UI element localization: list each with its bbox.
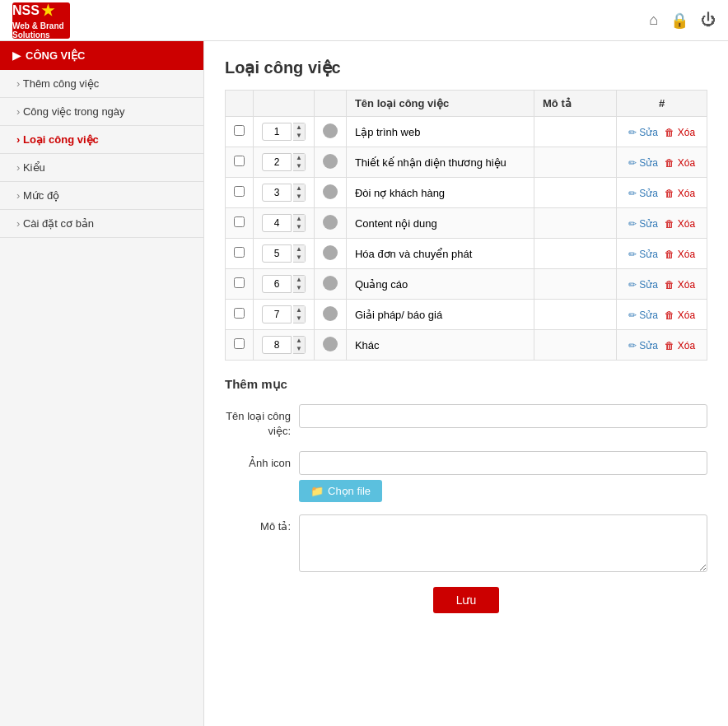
sidebar: ▶ CÔNG VIỆC Thêm công việc Công việc tro… xyxy=(0,41,204,726)
row-icon xyxy=(323,276,338,291)
order-up-button[interactable]: ▲ xyxy=(293,184,305,193)
sidebar-link-kieu[interactable]: Kiểu xyxy=(0,154,203,181)
sidebar-item-muc-do[interactable]: Mức độ xyxy=(0,182,203,210)
row-checkbox[interactable] xyxy=(234,125,245,136)
row-checkbox-cell xyxy=(226,147,254,178)
row-actions-cell: ✏ Sửa 🗑 Xóa xyxy=(617,300,707,330)
order-down-button[interactable]: ▼ xyxy=(293,223,305,231)
logo-text: NSS xyxy=(12,3,40,18)
sidebar-item-cai-dat-co-ban[interactable]: Cài đặt cơ bản xyxy=(0,210,203,238)
sidebar-link-cong-viec-trong-ngay[interactable]: Công việc trong ngày xyxy=(0,98,203,125)
sidebar-item-cong-viec-trong-ngay[interactable]: Công việc trong ngày xyxy=(0,98,203,126)
order-arrows: ▲ ▼ xyxy=(293,214,306,232)
home-icon[interactable]: ⌂ xyxy=(649,12,658,30)
col-header-order xyxy=(254,91,315,117)
edit-button[interactable]: ✏ Sửa xyxy=(628,309,658,321)
row-desc-cell xyxy=(534,330,617,361)
col-header-check xyxy=(226,91,254,117)
save-button[interactable]: Lưu xyxy=(433,587,500,613)
order-up-button[interactable]: ▲ xyxy=(293,306,305,314)
edit-button[interactable]: ✏ Sửa xyxy=(628,218,658,230)
row-checkbox[interactable] xyxy=(234,186,245,197)
row-actions-cell: ✏ Sửa 🗑 Xóa xyxy=(617,239,707,269)
row-checkbox-cell xyxy=(226,330,254,361)
delete-button[interactable]: 🗑 Xóa xyxy=(665,157,695,169)
order-down-button[interactable]: ▼ xyxy=(293,254,305,262)
sidebar-link-them-cong-viec[interactable]: Thêm công việc xyxy=(0,70,203,97)
choose-file-button[interactable]: 📁 Chọn file xyxy=(299,480,382,502)
sidebar-item-kieu[interactable]: Kiểu xyxy=(0,154,203,182)
edit-button[interactable]: ✏ Sửa xyxy=(628,188,658,199)
row-checkbox[interactable] xyxy=(234,216,245,227)
logo-area: NSS ★ Web & Brand Solutions xyxy=(12,2,70,39)
sidebar-item-them-cong-viec[interactable]: Thêm công việc xyxy=(0,70,203,98)
row-checkbox-cell xyxy=(226,208,254,239)
header: NSS ★ Web & Brand Solutions ⌂ 🔒 ⏻ xyxy=(0,0,728,41)
row-checkbox[interactable] xyxy=(234,338,245,349)
order-up-button[interactable]: ▲ xyxy=(293,337,305,345)
delete-button[interactable]: 🗑 Xóa xyxy=(665,340,695,351)
delete-button[interactable]: 🗑 Xóa xyxy=(665,218,695,230)
table-row: ▲ ▼ Lập trình web ✏ Sửa 🗑 Xóa xyxy=(226,117,707,147)
edit-button[interactable]: ✏ Sửa xyxy=(628,127,658,138)
order-input[interactable] xyxy=(262,153,292,171)
row-checkbox[interactable] xyxy=(234,156,245,166)
delete-button[interactable]: 🗑 Xóa xyxy=(665,249,695,260)
form-control-desc xyxy=(299,514,707,575)
label-icon: Ảnh icon xyxy=(225,451,299,471)
col-header-desc: Mô tả xyxy=(534,91,617,117)
order-down-button[interactable]: ▼ xyxy=(293,193,305,201)
edit-button[interactable]: ✏ Sửa xyxy=(628,249,658,260)
input-name[interactable] xyxy=(299,404,707,428)
row-order-cell: ▲ ▼ xyxy=(254,208,315,239)
row-actions-cell: ✏ Sửa 🗑 Xóa xyxy=(617,269,707,300)
input-desc[interactable] xyxy=(299,514,707,572)
order-up-button[interactable]: ▲ xyxy=(293,276,305,284)
row-desc-cell xyxy=(534,300,617,330)
row-checkbox[interactable] xyxy=(234,277,245,288)
order-input[interactable] xyxy=(262,275,292,293)
input-icon-path[interactable] xyxy=(299,451,707,475)
row-name-cell: Quảng cáo xyxy=(346,269,534,300)
delete-button[interactable]: 🗑 Xóa xyxy=(665,127,695,138)
form-group-icon: Ảnh icon 📁 Chọn file xyxy=(225,451,707,502)
order-up-button[interactable]: ▲ xyxy=(293,245,305,254)
order-input[interactable] xyxy=(262,184,292,202)
row-icon xyxy=(323,306,338,321)
sidebar-item-loai-cong-viec[interactable]: Loại công việc xyxy=(0,126,203,154)
power-icon[interactable]: ⏻ xyxy=(701,12,716,30)
row-name-cell: Hóa đơn và chuyển phát xyxy=(346,239,534,269)
order-input[interactable] xyxy=(262,214,292,232)
delete-button[interactable]: 🗑 Xóa xyxy=(665,188,695,199)
order-input[interactable] xyxy=(262,244,292,263)
order-down-button[interactable]: ▼ xyxy=(293,314,305,323)
order-input[interactable] xyxy=(262,336,292,354)
row-actions-cell: ✏ Sửa 🗑 Xóa xyxy=(617,117,707,147)
order-down-button[interactable]: ▼ xyxy=(293,132,305,140)
label-desc: Mô tả: xyxy=(225,514,299,534)
sidebar-link-cai-dat-co-ban[interactable]: Cài đặt cơ bản xyxy=(0,210,203,237)
order-up-button[interactable]: ▲ xyxy=(293,123,305,132)
sidebar-link-muc-do[interactable]: Mức độ xyxy=(0,182,203,209)
order-up-button[interactable]: ▲ xyxy=(293,154,305,162)
order-input[interactable] xyxy=(262,123,292,141)
user-icon[interactable]: 🔒 xyxy=(670,12,688,30)
row-desc-cell xyxy=(534,178,617,208)
order-down-button[interactable]: ▼ xyxy=(293,162,305,170)
row-actions-cell: ✏ Sửa 🗑 Xóa xyxy=(617,330,707,361)
row-name-cell: Giải pháp/ báo giá xyxy=(346,300,534,330)
order-down-button[interactable]: ▼ xyxy=(293,284,305,292)
edit-button[interactable]: ✏ Sửa xyxy=(628,157,658,169)
sidebar-link-loai-cong-viec[interactable]: Loại công việc xyxy=(0,126,203,153)
row-checkbox[interactable] xyxy=(234,308,245,319)
delete-button[interactable]: 🗑 Xóa xyxy=(665,279,695,291)
edit-button[interactable]: ✏ Sửa xyxy=(628,279,658,291)
order-down-button[interactable]: ▼ xyxy=(293,345,305,353)
delete-button[interactable]: 🗑 Xóa xyxy=(665,309,695,321)
edit-button[interactable]: ✏ Sửa xyxy=(628,340,658,351)
order-input[interactable] xyxy=(262,305,292,323)
table-row: ▲ ▼ Khác ✏ Sửa 🗑 Xóa xyxy=(226,330,707,361)
order-up-button[interactable]: ▲ xyxy=(293,215,305,223)
row-checkbox[interactable] xyxy=(234,247,245,258)
form-control-icon: 📁 Chọn file xyxy=(299,451,707,502)
